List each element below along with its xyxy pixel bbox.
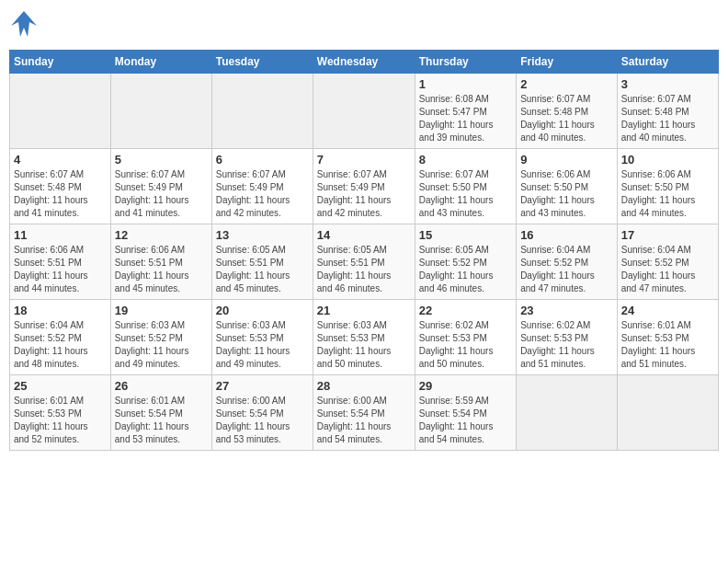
calendar-cell: 11Sunrise: 6:06 AMSunset: 5:51 PMDayligh… bbox=[10, 224, 111, 300]
day-number: 18 bbox=[14, 304, 107, 317]
day-number: 6 bbox=[216, 153, 309, 167]
day-info: Sunrise: 6:02 AMSunset: 5:53 PMDaylight:… bbox=[520, 319, 613, 371]
day-info: Sunrise: 5:59 AMSunset: 5:54 PMDaylight:… bbox=[419, 395, 512, 446]
calendar-table: SundayMondayTuesdayWednesdayThursdayFrid… bbox=[9, 50, 719, 451]
logo bbox=[9, 9, 39, 42]
weekday-header-saturday: Saturday bbox=[617, 51, 718, 74]
calendar-cell: 9Sunrise: 6:06 AMSunset: 5:50 PMDaylight… bbox=[517, 149, 618, 224]
day-info: Sunrise: 6:05 AMSunset: 5:51 PMDaylight:… bbox=[216, 244, 309, 295]
day-info: Sunrise: 6:03 AMSunset: 5:53 PMDaylight:… bbox=[317, 319, 411, 371]
day-number: 23 bbox=[520, 304, 613, 317]
calendar-cell: 16Sunrise: 6:04 AMSunset: 5:52 PMDayligh… bbox=[517, 224, 618, 300]
weekday-header-sunday: Sunday bbox=[10, 51, 111, 74]
day-info: Sunrise: 6:03 AMSunset: 5:52 PMDaylight:… bbox=[115, 319, 208, 371]
calendar-cell: 27Sunrise: 6:00 AMSunset: 5:54 PMDayligh… bbox=[211, 375, 313, 451]
calendar-cell: 19Sunrise: 6:03 AMSunset: 5:52 PMDayligh… bbox=[110, 300, 211, 375]
weekday-header-tuesday: Tuesday bbox=[211, 51, 313, 74]
calendar-week-row: 18Sunrise: 6:04 AMSunset: 5:52 PMDayligh… bbox=[10, 300, 719, 375]
calendar-cell bbox=[10, 74, 111, 149]
weekday-header-wednesday: Wednesday bbox=[313, 51, 415, 74]
day-info: Sunrise: 6:04 AMSunset: 5:52 PMDaylight:… bbox=[520, 244, 613, 295]
calendar-cell: 8Sunrise: 6:07 AMSunset: 5:50 PMDaylight… bbox=[415, 149, 516, 224]
calendar-cell: 24Sunrise: 6:01 AMSunset: 5:53 PMDayligh… bbox=[617, 300, 718, 375]
day-number: 10 bbox=[621, 153, 714, 167]
day-info: Sunrise: 6:06 AMSunset: 5:50 PMDaylight:… bbox=[621, 168, 714, 220]
day-number: 8 bbox=[419, 153, 512, 167]
calendar-cell: 22Sunrise: 6:02 AMSunset: 5:53 PMDayligh… bbox=[415, 300, 516, 375]
day-info: Sunrise: 6:04 AMSunset: 5:52 PMDaylight:… bbox=[621, 244, 714, 295]
day-number: 2 bbox=[520, 77, 613, 91]
day-number: 24 bbox=[621, 304, 714, 317]
calendar-cell: 29Sunrise: 5:59 AMSunset: 5:54 PMDayligh… bbox=[415, 375, 516, 451]
calendar-cell: 4Sunrise: 6:07 AMSunset: 5:48 PMDaylight… bbox=[10, 149, 111, 224]
calendar-cell: 23Sunrise: 6:02 AMSunset: 5:53 PMDayligh… bbox=[517, 300, 618, 375]
calendar-week-row: 1Sunrise: 6:08 AMSunset: 5:47 PMDaylight… bbox=[10, 74, 719, 149]
day-info: Sunrise: 6:07 AMSunset: 5:48 PMDaylight:… bbox=[14, 168, 107, 220]
day-number: 13 bbox=[216, 228, 309, 242]
day-number: 9 bbox=[520, 153, 613, 167]
calendar-cell: 6Sunrise: 6:07 AMSunset: 5:49 PMDaylight… bbox=[211, 149, 313, 224]
day-number: 1 bbox=[419, 77, 512, 91]
calendar-cell: 15Sunrise: 6:05 AMSunset: 5:52 PMDayligh… bbox=[415, 224, 516, 300]
calendar-cell: 21Sunrise: 6:03 AMSunset: 5:53 PMDayligh… bbox=[313, 300, 415, 375]
day-info: Sunrise: 6:07 AMSunset: 5:48 PMDaylight:… bbox=[520, 93, 613, 144]
day-info: Sunrise: 6:00 AMSunset: 5:54 PMDaylight:… bbox=[317, 395, 411, 446]
day-number: 3 bbox=[621, 77, 714, 91]
calendar-week-row: 11Sunrise: 6:06 AMSunset: 5:51 PMDayligh… bbox=[10, 224, 719, 300]
day-number: 28 bbox=[317, 379, 411, 393]
calendar-cell: 3Sunrise: 6:07 AMSunset: 5:48 PMDaylight… bbox=[617, 74, 718, 149]
weekday-header-thursday: Thursday bbox=[415, 51, 516, 74]
day-info: Sunrise: 6:07 AMSunset: 5:49 PMDaylight:… bbox=[317, 168, 411, 220]
calendar-cell: 13Sunrise: 6:05 AMSunset: 5:51 PMDayligh… bbox=[211, 224, 313, 300]
day-info: Sunrise: 6:03 AMSunset: 5:53 PMDaylight:… bbox=[216, 319, 309, 371]
day-number: 25 bbox=[14, 379, 107, 393]
day-number: 4 bbox=[14, 153, 107, 167]
calendar-cell: 26Sunrise: 6:01 AMSunset: 5:54 PMDayligh… bbox=[110, 375, 211, 451]
day-number: 15 bbox=[419, 228, 512, 242]
day-number: 11 bbox=[14, 228, 107, 242]
day-info: Sunrise: 6:06 AMSunset: 5:50 PMDaylight:… bbox=[520, 168, 613, 220]
day-info: Sunrise: 6:01 AMSunset: 5:54 PMDaylight:… bbox=[115, 395, 208, 446]
calendar-cell: 14Sunrise: 6:05 AMSunset: 5:51 PMDayligh… bbox=[313, 224, 415, 300]
logo-bird-icon bbox=[9, 9, 39, 42]
day-info: Sunrise: 6:01 AMSunset: 5:53 PMDaylight:… bbox=[14, 395, 107, 446]
day-number: 5 bbox=[115, 153, 208, 167]
day-number: 20 bbox=[216, 304, 309, 317]
calendar-cell: 20Sunrise: 6:03 AMSunset: 5:53 PMDayligh… bbox=[211, 300, 313, 375]
day-number: 7 bbox=[317, 153, 411, 167]
day-number: 26 bbox=[115, 379, 208, 393]
day-info: Sunrise: 6:05 AMSunset: 5:51 PMDaylight:… bbox=[317, 244, 411, 295]
day-info: Sunrise: 6:02 AMSunset: 5:53 PMDaylight:… bbox=[419, 319, 512, 371]
day-number: 27 bbox=[216, 379, 309, 393]
day-info: Sunrise: 6:05 AMSunset: 5:52 PMDaylight:… bbox=[419, 244, 512, 295]
weekday-header-friday: Friday bbox=[517, 51, 618, 74]
calendar-cell: 5Sunrise: 6:07 AMSunset: 5:49 PMDaylight… bbox=[110, 149, 211, 224]
day-info: Sunrise: 6:07 AMSunset: 5:48 PMDaylight:… bbox=[621, 93, 714, 144]
day-number: 12 bbox=[115, 228, 208, 242]
day-number: 21 bbox=[317, 304, 411, 317]
day-number: 22 bbox=[419, 304, 512, 317]
day-info: Sunrise: 6:08 AMSunset: 5:47 PMDaylight:… bbox=[419, 93, 512, 144]
calendar-cell: 2Sunrise: 6:07 AMSunset: 5:48 PMDaylight… bbox=[517, 74, 618, 149]
calendar-cell: 10Sunrise: 6:06 AMSunset: 5:50 PMDayligh… bbox=[617, 149, 718, 224]
weekday-header-row: SundayMondayTuesdayWednesdayThursdayFrid… bbox=[10, 51, 719, 74]
calendar-cell: 18Sunrise: 6:04 AMSunset: 5:52 PMDayligh… bbox=[10, 300, 111, 375]
day-number: 19 bbox=[115, 304, 208, 317]
day-info: Sunrise: 6:07 AMSunset: 5:49 PMDaylight:… bbox=[115, 168, 208, 220]
calendar-cell bbox=[211, 74, 313, 149]
calendar-cell: 25Sunrise: 6:01 AMSunset: 5:53 PMDayligh… bbox=[10, 375, 111, 451]
page-header bbox=[9, 9, 719, 42]
day-info: Sunrise: 6:00 AMSunset: 5:54 PMDaylight:… bbox=[216, 395, 309, 446]
calendar-cell bbox=[517, 375, 618, 451]
day-info: Sunrise: 6:04 AMSunset: 5:52 PMDaylight:… bbox=[14, 319, 107, 371]
day-info: Sunrise: 6:07 AMSunset: 5:50 PMDaylight:… bbox=[419, 168, 512, 220]
day-number: 17 bbox=[621, 228, 714, 242]
calendar-cell bbox=[110, 74, 211, 149]
calendar-cell bbox=[617, 375, 718, 451]
svg-marker-0 bbox=[11, 11, 37, 37]
calendar-cell: 12Sunrise: 6:06 AMSunset: 5:51 PMDayligh… bbox=[110, 224, 211, 300]
day-number: 29 bbox=[419, 379, 512, 393]
calendar-cell: 1Sunrise: 6:08 AMSunset: 5:47 PMDaylight… bbox=[415, 74, 516, 149]
day-info: Sunrise: 6:06 AMSunset: 5:51 PMDaylight:… bbox=[14, 244, 107, 295]
day-info: Sunrise: 6:01 AMSunset: 5:53 PMDaylight:… bbox=[621, 319, 714, 371]
